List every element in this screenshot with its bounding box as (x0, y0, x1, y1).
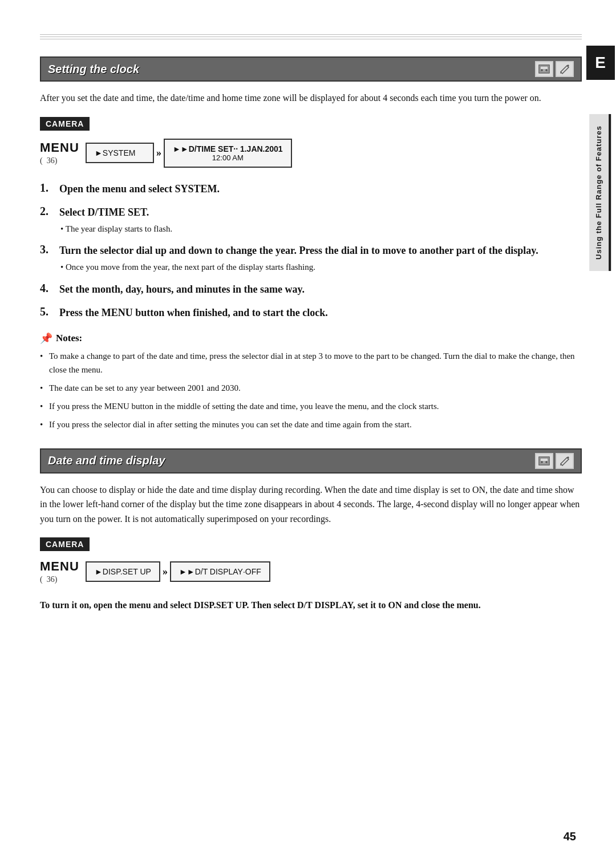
svg-point-8 (545, 461, 548, 463)
double-arrow-2: » (160, 566, 170, 578)
deco-lines (40, 34, 582, 39)
menu-dt-text: ►►D/T DISPLAY·OFF (179, 567, 261, 576)
camera-badge-1: CAMERA (40, 117, 582, 139)
section2-title: Date and time display (48, 454, 165, 467)
section2-footer: To turn it on, open the menu and select … (40, 598, 582, 613)
note-4-text: If you press the selector dial in after … (49, 420, 412, 429)
step-3-content: Turn the selector dial up and down to ch… (59, 243, 582, 274)
steps-list: 1. Open the menu and select SYSTEM. 2. S… (40, 181, 582, 321)
step-2-number: 2. (40, 205, 56, 218)
section2-intro: You can choose to display or hide the da… (40, 483, 582, 527)
note-2-text: The date can be set to any year between … (49, 383, 241, 392)
step-3-number: 3. (40, 243, 56, 256)
section1-header: Setting the clock (40, 56, 582, 82)
bullet-2: • (60, 224, 66, 233)
svg-point-7 (541, 461, 543, 463)
step-2-text: Select D/TIME SET. (59, 207, 149, 218)
step-5-text: Press the MENU button when finished, and… (59, 307, 328, 318)
step-2: 2. Select D/TIME SET. • The year display… (40, 205, 582, 236)
menu-system-text: ►SYSTEM (95, 148, 135, 157)
note-3: If you press the MENU button in the midd… (40, 399, 582, 413)
step-3-text: Turn the selector dial up and down to ch… (59, 245, 538, 256)
section1-intro: After you set the date and time, the dat… (40, 91, 582, 106)
step-3-sub: • Once you move from the year, the next … (60, 261, 582, 274)
section2-header-icons (535, 453, 574, 469)
step-5-content: Press the MENU button when finished, and… (59, 305, 582, 321)
menu-diagram-1: MENU ( 36) ►SYSTEM » ►►D/TIME SET·· 1.JA… (40, 139, 582, 168)
step-4-content: Set the month, day, hours, and minutes i… (59, 282, 582, 297)
menu-box-disp: ►DISP.SET UP (86, 561, 160, 582)
menu-diagram-2: MENU ( 36) ►DISP.SET UP » ►►D/T DISPLAY·… (40, 559, 582, 584)
letter-e: E (586, 46, 615, 80)
step-4-number: 4. (40, 282, 56, 295)
step-2-sub: • The year display starts to flash. (60, 222, 582, 236)
menu-datetime-line1: ►►D/TIME SET·· 1.JAN.2001 (173, 144, 283, 153)
page-number: 45 (564, 830, 576, 843)
svg-point-2 (541, 69, 543, 71)
bullet-3: • (60, 262, 66, 272)
section1-header-icons (535, 61, 574, 77)
notes-section: 📌 Notes: To make a change to part of the… (40, 332, 582, 431)
pencil-icon-2 (556, 453, 574, 469)
section2: Date and time display (40, 448, 582, 613)
notes-title: 📌 Notes: (40, 332, 582, 345)
right-sidebar: E Using the Full Range of Features (585, 0, 616, 866)
svg-rect-9 (543, 461, 545, 463)
pencil-icon (556, 61, 574, 77)
step-1: 1. Open the menu and select SYSTEM. (40, 181, 582, 197)
note-3-text: If you press the MENU button in the midd… (49, 402, 439, 411)
note-1: To make a change to part of the date and… (40, 349, 582, 377)
step-5: 5. Press the MENU button when finished, … (40, 305, 582, 321)
camera-badge-2: CAMERA (40, 537, 582, 559)
step-1-number: 1. (40, 181, 56, 195)
menu-datetime-line2: 12:00 AM (173, 153, 283, 162)
menu-box-dt: ►►D/T DISPLAY·OFF (170, 561, 270, 582)
menu-box-system: ►SYSTEM (86, 143, 154, 163)
svg-point-3 (545, 69, 548, 71)
notes-title-text: Notes: (56, 333, 82, 344)
note-1-text: To make a change to part of the date and… (49, 351, 575, 374)
step-1-text: Open the menu and select SYSTEM. (59, 183, 220, 195)
step-1-content: Open the menu and select SYSTEM. (59, 181, 582, 197)
menu-label-block-2: MENU ( 36) (40, 559, 86, 584)
notes-icon: 📌 (40, 332, 52, 345)
step-4-text: Set the month, day, hours, and minutes i… (59, 284, 305, 295)
menu-disp-text: ►DISP.SET UP (95, 567, 151, 576)
step-2-content: Select D/TIME SET. • The year display st… (59, 205, 582, 236)
step-4: 4. Set the month, day, hours, and minute… (40, 282, 582, 297)
section1: Setting the clock (40, 56, 582, 431)
cassette-icon (535, 61, 553, 77)
sidebar-vertical-text: Using the Full Range of Features (589, 114, 611, 271)
notes-list: To make a change to part of the date and… (40, 349, 582, 431)
menu-word-2: MENU (40, 559, 86, 574)
section1-title: Setting the clock (48, 63, 139, 76)
camera-badge-text-1: CAMERA (40, 117, 90, 131)
menu-sub-2: ( 36) (40, 575, 86, 584)
step-2-sub-text: The year display starts to flash. (66, 224, 172, 233)
menu-label-block-1: MENU ( 36) (40, 140, 86, 165)
step-3-sub-text: Once you move from the year, the next pa… (66, 262, 315, 272)
cassette-icon-2 (535, 453, 553, 469)
step-3: 3. Turn the selector dial up and down to… (40, 243, 582, 274)
double-arrow-1: » (154, 147, 164, 159)
menu-box-datetime: ►►D/TIME SET·· 1.JAN.2001 12:00 AM (164, 139, 292, 168)
page-container: Setting the clock (0, 0, 616, 866)
camera-badge-text-2: CAMERA (40, 537, 90, 551)
step-5-number: 5. (40, 305, 56, 318)
menu-word-1: MENU (40, 140, 86, 155)
menu-sub-1: ( 36) (40, 156, 86, 165)
note-4: If you press the selector dial in after … (40, 418, 582, 431)
svg-rect-4 (543, 69, 545, 71)
note-2: The date can be set to any year between … (40, 381, 582, 395)
section2-header: Date and time display (40, 448, 582, 474)
